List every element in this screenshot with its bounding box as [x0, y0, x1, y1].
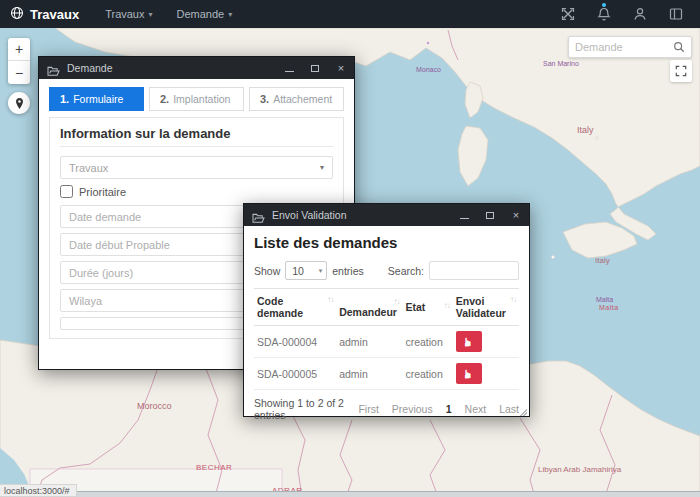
- maximize-icon: [486, 212, 494, 219]
- envoi-dialog-titlebar[interactable]: Envoi Validation ×: [244, 204, 529, 226]
- horizontal-scrollbar[interactable]: [0, 491, 700, 497]
- prioritaire-checkbox[interactable]: [60, 185, 73, 198]
- resize-handle[interactable]: [519, 408, 527, 416]
- minimize-icon: [460, 218, 469, 219]
- tab-implantation[interactable]: 2. Implantation: [149, 87, 244, 111]
- cell-demandeur: admin: [336, 326, 402, 358]
- notification-dot: [602, 3, 606, 7]
- pagination-next[interactable]: Next: [465, 403, 487, 415]
- demande-dialog-titlebar[interactable]: Demande ×: [39, 57, 354, 79]
- sort-icon: ↑↓: [444, 301, 450, 310]
- tab-attachement[interactable]: 3. Attachement: [249, 87, 344, 111]
- column-header-code[interactable]: ↑↓ Code demande: [254, 289, 336, 326]
- pagination-page-1[interactable]: 1: [446, 403, 452, 415]
- search-label: Search:: [388, 265, 424, 277]
- tab-label: Implantation: [173, 93, 230, 105]
- table-row: SDA-000004 admin creation ☛: [254, 326, 519, 358]
- cell-etat: creation: [402, 326, 452, 358]
- tab-label: Attachement: [273, 93, 332, 105]
- locate-me-button[interactable]: [8, 92, 30, 114]
- fullscreen-button[interactable]: [670, 60, 692, 82]
- bell-icon[interactable]: [596, 6, 612, 22]
- page-title: Liste des demandes: [254, 234, 519, 251]
- hand-pointer-icon: ☛: [463, 336, 475, 347]
- pagination: First Previous 1 Next Last: [358, 403, 519, 415]
- user-icon[interactable]: [632, 6, 648, 22]
- location-pin-icon: [14, 97, 25, 110]
- sidebar-columns-icon[interactable]: [668, 6, 684, 22]
- menu-demande[interactable]: Demande ▾: [165, 0, 245, 28]
- cell-demandeur: admin: [336, 358, 402, 390]
- search-icon[interactable]: [667, 41, 691, 53]
- sort-icon: ↑↓: [327, 295, 333, 304]
- cell-code: SDA-000004: [254, 326, 336, 358]
- column-label: Envoi Validateur: [456, 295, 506, 319]
- tab-number: 1.: [60, 93, 69, 105]
- app-brand[interactable]: Travaux: [0, 6, 93, 23]
- minimize-icon: [285, 71, 294, 72]
- expand-arrows-icon[interactable]: [560, 6, 576, 22]
- minimize-button[interactable]: [451, 204, 477, 226]
- map-search-box: [568, 36, 692, 58]
- prioritaire-label: Prioritaire: [79, 186, 126, 198]
- fullscreen-corners-icon: [675, 65, 687, 77]
- tab-number: 2.: [160, 93, 169, 105]
- dialog-title: Demande: [67, 62, 276, 74]
- demandes-table: ↑↓ Code demande ↑↓ Demandeur ↑↓ Etat ↑↓ …: [254, 288, 519, 390]
- chevron-down-icon: ▾: [228, 10, 232, 19]
- minimize-button[interactable]: [276, 57, 302, 79]
- show-label: Show: [254, 265, 280, 277]
- table-info: Showing 1 to 2 of 2 entries: [254, 397, 358, 421]
- pagination-first[interactable]: First: [358, 403, 378, 415]
- zoom-in-button[interactable]: +: [8, 38, 30, 61]
- map-zoom-control: + −: [8, 38, 30, 84]
- tab-label: Formulaire: [73, 93, 123, 105]
- chevron-down-icon: ▾: [319, 267, 323, 275]
- select-value: Travaux: [69, 162, 108, 174]
- folder-icon: [47, 63, 60, 74]
- pagination-previous[interactable]: Previous: [392, 403, 433, 415]
- chevron-down-icon: ▾: [320, 163, 324, 172]
- menu-travaux-label: Travaux: [105, 8, 144, 20]
- column-label: Demandeur: [339, 306, 397, 318]
- send-validation-button[interactable]: ☛: [456, 363, 482, 384]
- zoom-out-button[interactable]: −: [8, 61, 30, 84]
- brand-label: Travaux: [30, 7, 79, 22]
- close-button[interactable]: ×: [328, 57, 354, 79]
- status-link: localhost:3000/#: [0, 484, 77, 497]
- column-header-etat[interactable]: ↑↓ Etat: [402, 289, 452, 326]
- wizard-tabs: 1. Formulaire 2. Implantation 3. Attache…: [49, 87, 344, 111]
- column-header-demandeur[interactable]: ↑↓ Demandeur: [336, 289, 402, 326]
- envoi-validation-dialog: Envoi Validation × Liste des demandes Sh…: [243, 203, 530, 417]
- map-search-input[interactable]: [569, 41, 667, 53]
- travaux-type-select[interactable]: Travaux ▾: [60, 156, 333, 179]
- send-validation-button[interactable]: ☛: [456, 331, 482, 352]
- maximize-button[interactable]: [477, 204, 503, 226]
- close-button[interactable]: ×: [503, 204, 529, 226]
- maximize-button[interactable]: [302, 57, 328, 79]
- column-label: Etat: [405, 301, 425, 313]
- page-size-value: 10: [292, 265, 304, 277]
- top-navbar: Travaux Travaux ▾ Demande ▾: [0, 0, 700, 28]
- entries-label: entries: [332, 265, 364, 277]
- tab-number: 3.: [260, 93, 269, 105]
- chevron-down-icon: ▾: [148, 10, 152, 19]
- pagination-last[interactable]: Last: [499, 403, 519, 415]
- cell-code: SDA-000005: [254, 358, 336, 390]
- sort-icon: ↑↓: [510, 295, 516, 304]
- dialog-title: Envoi Validation: [272, 209, 451, 221]
- tab-formulaire[interactable]: 1. Formulaire: [49, 87, 144, 111]
- form-section-title: Information sur la demande: [60, 126, 333, 147]
- table-row: SDA-000005 admin creation ☛: [254, 358, 519, 390]
- menu-travaux[interactable]: Travaux ▾: [93, 0, 164, 28]
- globe-icon: [10, 6, 24, 23]
- sort-icon: ↑↓: [393, 297, 399, 306]
- table-search-input[interactable]: [429, 261, 519, 280]
- menu-demande-label: Demande: [177, 8, 225, 20]
- hand-pointer-icon: ☛: [463, 368, 475, 379]
- column-header-envoi[interactable]: ↑↓ Envoi Validateur: [453, 289, 519, 326]
- cell-etat: creation: [402, 358, 452, 390]
- column-label: Code demande: [257, 295, 303, 319]
- maximize-icon: [311, 65, 319, 72]
- page-size-select[interactable]: 10 ▾: [285, 261, 327, 280]
